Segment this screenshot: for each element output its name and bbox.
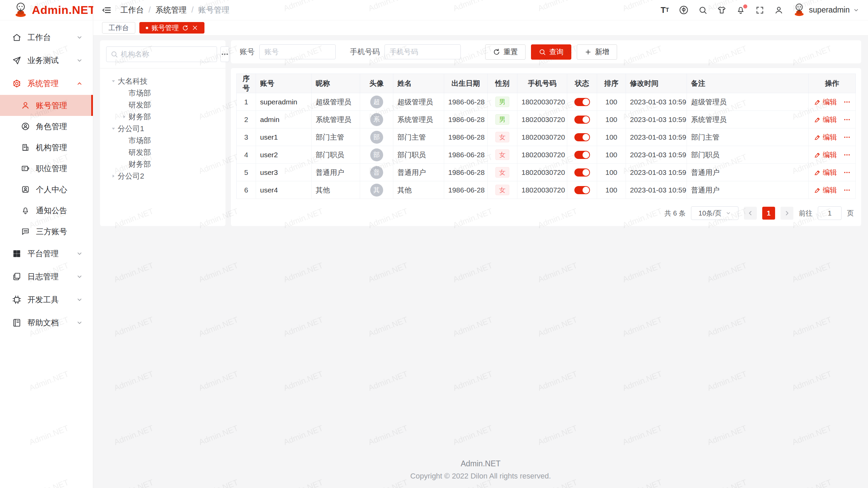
sidebar-subitem-2-2[interactable]: 机构管理 [0,137,93,158]
add-button[interactable]: 新增 [577,44,617,60]
sidebar-subitem-2-6[interactable]: 三方账号 [0,221,93,242]
sidebar-item-2[interactable]: 系统管理 [0,72,93,95]
page-1-button[interactable]: 1 [762,207,775,220]
edit-button[interactable]: 编辑 [814,168,837,177]
sidebar-item-4[interactable]: 日志管理 [0,265,93,288]
chevron-left-icon [747,210,753,216]
tree-node-4[interactable]: 分公司1 [100,123,225,135]
edit-button[interactable]: 编辑 [814,133,837,142]
status-toggle[interactable] [574,116,590,124]
sidebar-item-0[interactable]: 工作台 [0,26,93,49]
sidebar-item-label: 工作台 [27,32,51,43]
caret-down-icon[interactable] [109,79,118,84]
menu-fold-icon[interactable] [102,5,112,15]
breadcrumb-separator: / [191,5,193,15]
more-actions-button[interactable] [843,134,851,141]
caret-down-icon[interactable] [109,126,118,131]
next-page-button[interactable] [781,207,793,220]
edit-icon [814,187,821,194]
status-toggle[interactable] [574,98,590,106]
tree-node-5[interactable]: 市场部 [100,135,225,146]
status-toggle[interactable] [574,133,590,141]
tree-node-7[interactable]: 财务部 [100,158,225,170]
cell-actions: 编辑 [809,146,856,164]
tab-close-icon[interactable] [192,25,198,31]
theme-tshirt-icon[interactable] [717,5,727,15]
pagination: 共 6 条 10条/页 1 前往 [236,206,854,220]
breadcrumb-item-system[interactable]: 系统管理 [155,5,186,15]
sidebar-item-6[interactable]: 帮助文档 [0,311,93,334]
more-actions-button[interactable] [843,169,851,176]
status-toggle[interactable] [574,151,590,159]
sidebar-item-label: 帮助文档 [27,318,59,328]
sidebar-subitem-label: 机构管理 [36,142,67,153]
cell-phone: 18020030720 [517,111,567,128]
breadcrumb: 工作台 / 系统管理 / 账号管理 [120,5,230,15]
tree-node-label: 分公司2 [118,171,144,181]
org-tree-header [100,46,225,62]
org-search-input[interactable] [121,50,213,58]
account-input[interactable] [259,44,336,59]
edit-button[interactable]: 编辑 [814,185,837,195]
gender-tag: 女 [495,132,509,142]
notification-bell-icon[interactable] [736,5,746,15]
sidebar-subitem-2-5[interactable]: 通知公告 [0,200,93,221]
caret-right-icon[interactable] [120,114,129,119]
edit-icon [814,116,821,123]
reset-button[interactable]: 重置 [485,44,526,60]
sidebar-subitem-2-3[interactable]: 职位管理 [0,158,93,179]
sidebar-item-5[interactable]: 开发工具 [0,288,93,311]
search-icon[interactable] [698,5,708,15]
edit-button[interactable]: 编辑 [814,150,837,160]
sidebar-subitem-label: 三方账号 [36,226,67,237]
tab-1[interactable]: 账号管理 [139,22,204,34]
fullscreen-icon[interactable] [755,5,765,15]
refresh-icon [493,48,500,56]
goto-page-input[interactable] [818,206,842,220]
profile-person-icon[interactable] [774,5,784,15]
caret-right-icon[interactable] [109,174,118,179]
more-actions-button[interactable] [843,186,851,194]
sidebar-subitem-2-1[interactable]: 角色管理 [0,116,93,137]
cell-remark: 普通用户 [687,181,809,199]
language-icon[interactable] [679,5,689,15]
tree-node-0[interactable]: 大名科技 [100,75,225,87]
cell-modified-time: 2023-01-03 10:59:44 [626,181,687,199]
tree-node-label: 市场部 [129,136,151,146]
sidebar-subitem-2-0[interactable]: 账号管理 [0,95,93,116]
search-button[interactable]: 查询 [531,44,571,60]
cell-name: 系统管理员 [393,111,444,128]
status-toggle[interactable] [574,186,590,194]
more-actions-button[interactable] [843,116,851,123]
sidebar-item-1[interactable]: 业务测试 [0,49,93,72]
cell-gender: 女 [488,181,517,199]
phone-input[interactable] [384,44,461,59]
sidebar-subitem-2-4[interactable]: 个人中心 [0,179,93,200]
sidebar-subitem-label: 职位管理 [36,163,67,174]
edit-button[interactable]: 编辑 [814,97,837,107]
tree-node-2[interactable]: 研发部 [100,99,225,111]
breadcrumb-item-workbench[interactable]: 工作台 [120,5,144,15]
cell-index: 3 [237,128,256,146]
page-size-select[interactable]: 10条/页 [691,206,738,220]
tab-refresh-icon[interactable] [182,25,189,31]
edit-button[interactable]: 编辑 [814,115,837,124]
tree-node-1[interactable]: 市场部 [100,87,225,99]
sidebar-item-3[interactable]: 平台管理 [0,242,93,265]
cell-gender: 女 [488,164,517,181]
font-size-icon[interactable]: TT [660,5,670,15]
tree-node-3[interactable]: 财务部 [100,111,225,123]
chevron-down-icon [853,7,859,13]
tree-node-6[interactable]: 研发部 [100,146,225,158]
tree-node-8[interactable]: 分公司2 [100,170,225,182]
navbar-actions: TT [660,3,859,18]
edit-icon [814,99,821,105]
tab-0[interactable]: 工作台 [102,22,135,34]
prev-page-button[interactable] [744,207,757,220]
home-icon [12,33,21,42]
status-toggle[interactable] [574,168,590,177]
org-more-button[interactable] [220,46,229,62]
more-actions-button[interactable] [843,151,851,159]
user-menu[interactable]: superadmin [793,3,859,18]
more-actions-button[interactable] [843,98,851,106]
